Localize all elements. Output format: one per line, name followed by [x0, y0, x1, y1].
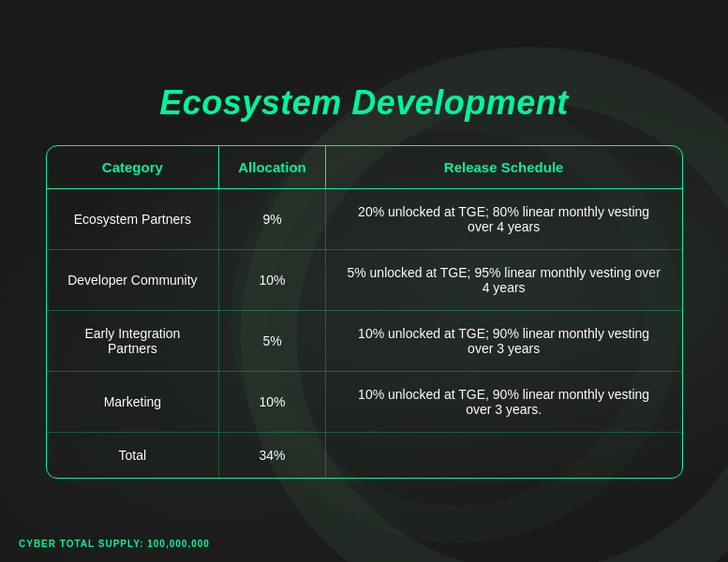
cell-allocation: 34%: [219, 433, 326, 479]
cell-release-schedule: 5% unlocked at TGE; 95% linear monthly v…: [325, 250, 681, 311]
data-table: Category Allocation Release Schedule Eco…: [47, 146, 682, 478]
cell-allocation: 10%: [219, 250, 326, 311]
table-row: Developer Community10%5% unlocked at TGE…: [47, 250, 682, 311]
header-release-schedule: Release Schedule: [325, 146, 681, 189]
table-header-row: Category Allocation Release Schedule: [47, 146, 682, 189]
table-row: Early Integration Partners5%10% unlocked…: [47, 311, 682, 372]
cell-category: Developer Community: [47, 250, 219, 311]
cell-release-schedule: 10% unlocked at TGE; 90% linear monthly …: [325, 311, 681, 372]
table-row: Ecosystem Partners9%20% unlocked at TGE;…: [47, 189, 682, 250]
cell-category: Marketing: [47, 372, 219, 433]
cell-category: Early Integration Partners: [47, 311, 219, 372]
page-wrapper: Ecosystem Development Category Allocatio…: [0, 0, 728, 562]
header-allocation: Allocation: [219, 146, 326, 189]
header-category: Category: [47, 146, 219, 189]
cell-category: Total: [47, 433, 219, 479]
cell-release-schedule: [325, 433, 681, 479]
cell-allocation: 10%: [219, 372, 326, 433]
cell-release-schedule: 10% unlocked at TGE, 90% linear monthly …: [325, 372, 681, 433]
cell-category: Ecosystem Partners: [47, 189, 219, 250]
table-row: Marketing10%10% unlocked at TGE, 90% lin…: [47, 372, 682, 433]
cell-release-schedule: 20% unlocked at TGE; 80% linear monthly …: [325, 189, 681, 250]
table-container: Category Allocation Release Schedule Eco…: [46, 145, 683, 479]
footer-note: CYBER TOTAL SUPPLY: 100,000,000: [19, 539, 210, 549]
table-row: Total34%: [47, 433, 682, 479]
cell-allocation: 9%: [219, 189, 326, 250]
cell-allocation: 5%: [219, 311, 326, 372]
page-title: Ecosystem Development: [159, 83, 569, 123]
